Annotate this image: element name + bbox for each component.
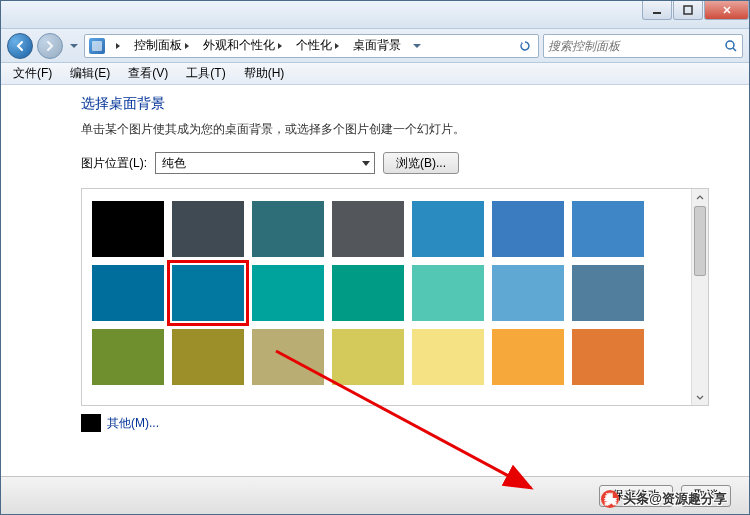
- color-swatch[interactable]: [572, 329, 644, 385]
- picture-location-label: 图片位置(L):: [81, 155, 147, 172]
- color-swatch[interactable]: [572, 265, 644, 321]
- footer-bar: 保存修改 取消: [1, 476, 749, 514]
- chevron-up-icon: [696, 194, 704, 202]
- scroll-down-button[interactable]: [692, 388, 708, 405]
- other-link-row: 其他(M)...: [81, 414, 709, 432]
- color-swatch[interactable]: [92, 265, 164, 321]
- breadcrumb-label: 个性化: [296, 37, 332, 54]
- minimize-icon: [652, 5, 662, 15]
- color-swatch[interactable]: [412, 201, 484, 257]
- scroll-up-button[interactable]: [692, 189, 708, 206]
- color-swatch[interactable]: [252, 201, 324, 257]
- close-icon: [722, 5, 732, 15]
- chevron-right-icon: [116, 43, 120, 49]
- back-button[interactable]: [7, 33, 33, 59]
- search-input[interactable]: [548, 39, 720, 53]
- titlebar: [1, 1, 749, 29]
- svg-point-2: [726, 41, 734, 49]
- arrow-right-icon: [44, 40, 56, 52]
- color-swatch[interactable]: [332, 201, 404, 257]
- color-swatch[interactable]: [332, 329, 404, 385]
- breadcrumb-segment[interactable]: 桌面背景: [346, 35, 408, 57]
- refresh-button[interactable]: [514, 35, 536, 57]
- save-button[interactable]: 保存修改: [599, 485, 673, 507]
- forward-button[interactable]: [37, 33, 63, 59]
- navigation-bar: 控制面板 外观和个性化 个性化 桌面背景: [1, 29, 749, 63]
- chevron-down-icon: [696, 393, 704, 401]
- color-swatch[interactable]: [412, 265, 484, 321]
- page-subtext: 单击某个图片使其成为您的桌面背景，或选择多个图片创建一个幻灯片。: [81, 121, 709, 138]
- color-swatch-panel: [81, 188, 709, 406]
- color-swatch-grid: [82, 189, 691, 397]
- chevron-right-icon: [335, 43, 339, 49]
- menu-edit[interactable]: 编辑(E): [62, 63, 118, 84]
- menu-help[interactable]: 帮助(H): [236, 63, 293, 84]
- window: 控制面板 外观和个性化 个性化 桌面背景 文件(F) 编辑(E) 查看(V) 工…: [0, 0, 750, 515]
- refresh-icon: [519, 40, 531, 52]
- minimize-button[interactable]: [642, 1, 672, 20]
- menu-file[interactable]: 文件(F): [5, 63, 60, 84]
- cancel-button[interactable]: 取消: [681, 485, 731, 507]
- picture-location-combo[interactable]: 纯色: [155, 152, 375, 174]
- color-swatch[interactable]: [92, 329, 164, 385]
- breadcrumb-label: 桌面背景: [353, 37, 401, 54]
- breadcrumb-label: 控制面板: [134, 37, 182, 54]
- scroll-thumb[interactable]: [694, 206, 706, 276]
- content-area: 选择桌面背景 单击某个图片使其成为您的桌面背景，或选择多个图片创建一个幻灯片。 …: [1, 85, 749, 476]
- picture-location-value: 纯色: [162, 155, 186, 172]
- search-icon: [724, 39, 738, 53]
- color-swatch[interactable]: [172, 201, 244, 257]
- breadcrumb-segment[interactable]: 外观和个性化: [196, 35, 289, 57]
- chevron-right-icon: [185, 43, 189, 49]
- page-heading: 选择桌面背景: [81, 95, 709, 113]
- arrow-left-icon: [14, 40, 26, 52]
- search-box[interactable]: [543, 34, 743, 58]
- other-link[interactable]: 其他(M)...: [107, 415, 159, 432]
- svg-rect-1: [684, 6, 692, 14]
- menu-bar: 文件(F) 编辑(E) 查看(V) 工具(T) 帮助(H): [1, 63, 749, 85]
- maximize-icon: [683, 5, 693, 15]
- chevron-down-icon: [413, 44, 421, 48]
- scrollbar[interactable]: [691, 189, 708, 405]
- address-breadcrumb[interactable]: 控制面板 外观和个性化 个性化 桌面背景: [84, 34, 539, 58]
- nav-history-dropdown[interactable]: [67, 42, 80, 50]
- picture-location-row: 图片位置(L): 纯色 浏览(B)...: [81, 152, 709, 174]
- close-button[interactable]: [704, 1, 749, 20]
- window-controls: [641, 1, 749, 20]
- color-swatch[interactable]: [252, 329, 324, 385]
- color-swatch[interactable]: [172, 265, 244, 321]
- address-dropdown[interactable]: [408, 35, 424, 57]
- color-swatch[interactable]: [412, 329, 484, 385]
- chevron-down-icon: [362, 161, 370, 166]
- color-swatch[interactable]: [492, 329, 564, 385]
- color-swatch[interactable]: [492, 265, 564, 321]
- color-swatch[interactable]: [172, 329, 244, 385]
- color-swatch[interactable]: [92, 201, 164, 257]
- breadcrumb-label: 外观和个性化: [203, 37, 275, 54]
- menu-view[interactable]: 查看(V): [120, 63, 176, 84]
- breadcrumb-segment[interactable]: 个性化: [289, 35, 346, 57]
- breadcrumb-segment[interactable]: [109, 35, 127, 57]
- color-swatch[interactable]: [332, 265, 404, 321]
- color-swatch[interactable]: [572, 201, 644, 257]
- breadcrumb-segment[interactable]: 控制面板: [127, 35, 196, 57]
- menu-tools[interactable]: 工具(T): [178, 63, 233, 84]
- control-panel-icon: [89, 38, 105, 54]
- color-swatch[interactable]: [252, 265, 324, 321]
- scroll-track[interactable]: [692, 206, 708, 388]
- browse-button[interactable]: 浏览(B)...: [383, 152, 459, 174]
- maximize-button[interactable]: [673, 1, 703, 20]
- svg-rect-0: [653, 12, 661, 14]
- chevron-down-icon: [70, 44, 78, 48]
- chevron-right-icon: [278, 43, 282, 49]
- other-swatch: [81, 414, 101, 432]
- color-swatch[interactable]: [492, 201, 564, 257]
